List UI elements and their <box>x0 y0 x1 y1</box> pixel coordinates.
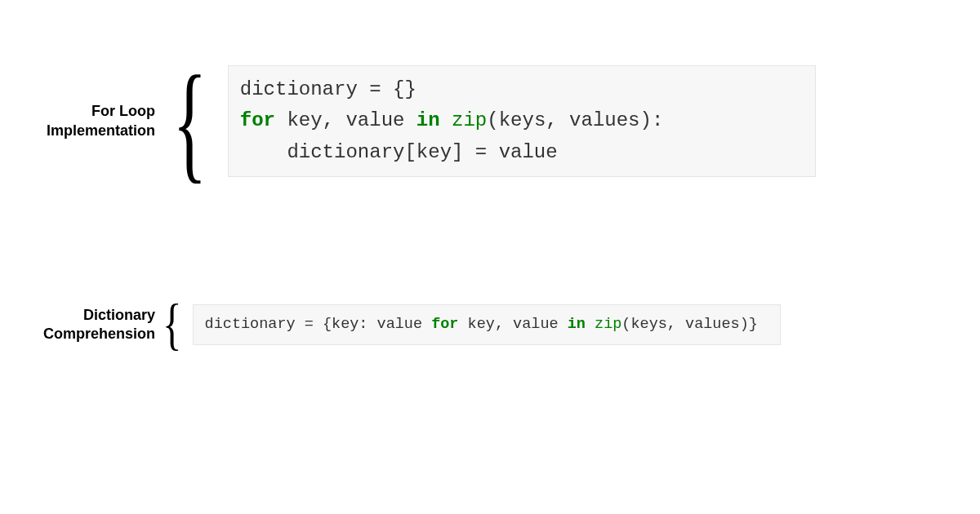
for-loop-section: For Loop Implementation { dictionary = {… <box>33 65 816 177</box>
for-loop-code-block: dictionary = {} for key, value in zip(ke… <box>228 65 816 177</box>
code-text: key, value <box>458 316 567 333</box>
dict-comprehension-label: Dictionary Comprehension <box>33 306 155 344</box>
code-text: (keys, values): <box>487 109 663 131</box>
code-text: key, value <box>275 109 416 131</box>
brace-icon: { <box>158 69 221 174</box>
keyword-for: for <box>431 316 458 333</box>
dict-comprehension-section: Dictionary Comprehension { dictionary = … <box>33 302 781 348</box>
code-text: dictionary = {key: value <box>205 316 432 333</box>
code-line-1: dictionary = {} <box>240 78 416 100</box>
label-line-1: For Loop <box>91 103 155 119</box>
dict-comprehension-code-block: dictionary = {key: value for key, value … <box>193 304 781 345</box>
keyword-in: in <box>416 109 440 131</box>
code-line-3: dictionary[key] = value <box>240 141 558 163</box>
label-line-1: Dictionary <box>83 307 155 323</box>
for-loop-label: For Loop Implementation <box>33 102 155 140</box>
code-text <box>440 109 452 131</box>
keyword-in: in <box>568 316 586 333</box>
code-text: (keys, values)} <box>621 316 758 333</box>
function-zip: zip <box>452 109 487 131</box>
code-text <box>586 316 595 333</box>
function-zip: zip <box>595 316 621 333</box>
label-line-2: Comprehension <box>43 326 155 342</box>
brace-icon: { <box>158 302 186 348</box>
keyword-for: for <box>240 109 275 131</box>
label-line-2: Implementation <box>47 122 155 139</box>
